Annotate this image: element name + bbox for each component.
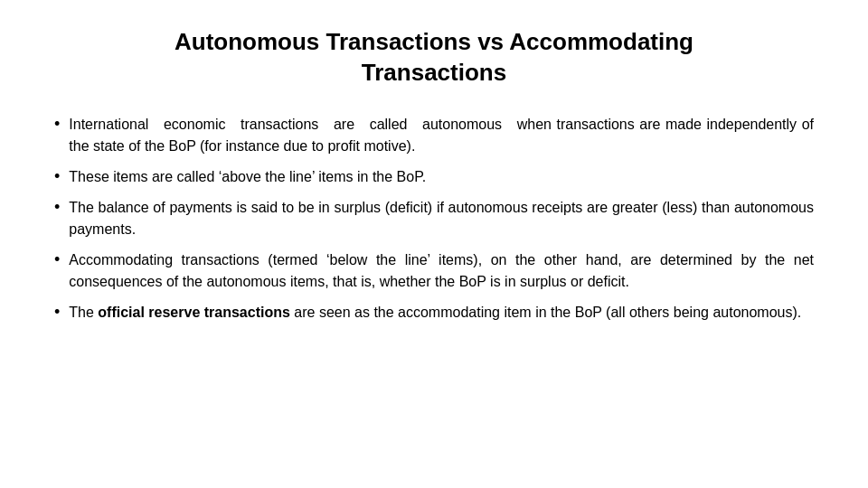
- bullet-text-3: The balance of payments is said to be in…: [69, 197, 814, 240]
- content-area: • International economic transactions ar…: [54, 114, 814, 461]
- bullet-marker-5: •: [54, 303, 60, 322]
- bullet-marker-2: •: [54, 167, 60, 186]
- bullet-item-1: • International economic transactions ar…: [54, 114, 814, 157]
- bullet-text-4: Accommodating transactions (termed ‘belo…: [69, 249, 814, 293]
- slide-title: Autonomous Transactions vs Accommodating…: [54, 27, 814, 89]
- bullet-marker-4: •: [54, 250, 60, 269]
- bullet-item-2: • These items are called ‘above the line…: [54, 166, 814, 188]
- bullet-item-4: • Accommodating transactions (termed ‘be…: [54, 249, 814, 293]
- slide: Autonomous Transactions vs Accommodating…: [0, 0, 868, 488]
- bullet-text-1: International economic transactions are …: [69, 114, 814, 157]
- bullet-marker-3: •: [54, 198, 60, 217]
- title-line1: Autonomous Transactions vs Accommodating: [175, 28, 693, 55]
- title-line2: Transactions: [362, 59, 506, 86]
- bullet-text-5: The official reserve transactions are se…: [69, 302, 801, 324]
- bold-text-official-reserve: official reserve transactions: [98, 305, 290, 320]
- bullet-text-2: These items are called ‘above the line’ …: [69, 166, 426, 188]
- bullet-item-3: • The balance of payments is said to be …: [54, 197, 814, 240]
- bullet-item-5: • The official reserve transactions are …: [54, 302, 814, 324]
- bullet-marker-1: •: [54, 115, 60, 134]
